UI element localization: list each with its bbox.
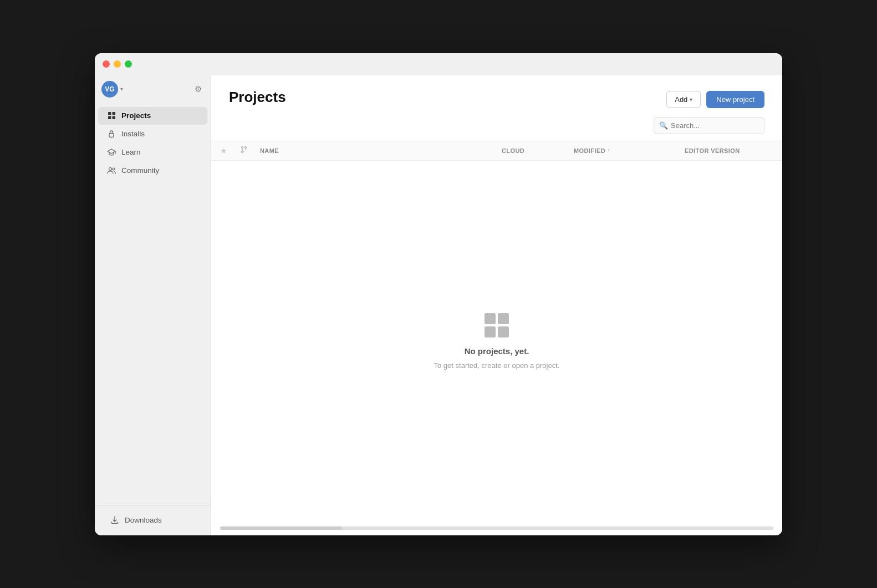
empty-state-title: No projects, yet. (465, 346, 529, 356)
avatar: VG (101, 81, 118, 98)
empty-icon-cell-1 (485, 313, 496, 324)
app-window: VG ▾ ⚙ Projects (95, 53, 782, 535)
svg-point-8 (113, 168, 115, 170)
sidebar-item-installs[interactable]: Installs (98, 125, 207, 143)
empty-icon-cell-4 (498, 326, 509, 338)
mortarboard-icon (107, 148, 116, 157)
svg-rect-3 (112, 116, 115, 120)
empty-icon-cell-2 (498, 313, 509, 324)
svg-point-7 (109, 168, 112, 171)
fork-icon (240, 147, 248, 155)
search-icon: 🔍 (659, 121, 668, 130)
col-fork (240, 146, 260, 156)
settings-button[interactable]: ⚙ (192, 82, 204, 96)
sidebar-item-label-downloads: Downloads (125, 516, 162, 524)
col-name-header[interactable]: NAME (260, 147, 502, 154)
sort-arrow-icon: ↑ (608, 147, 610, 154)
header-actions: Add ▾ New project (666, 89, 764, 108)
svg-rect-2 (108, 116, 111, 120)
table-body: No projects, yet. To get started, create… (211, 161, 782, 522)
sidebar-top: VG ▾ ⚙ (95, 75, 211, 103)
empty-icon-cell-3 (485, 326, 496, 338)
search-container: 🔍 (654, 117, 764, 134)
main-content: Projects Add ▾ New project 🔍 (211, 75, 782, 535)
star-icon[interactable]: ★ (220, 146, 227, 155)
app-body: VG ▾ ⚙ Projects (95, 75, 782, 535)
col-cloud-header[interactable]: CLOUD (502, 147, 574, 154)
col-editor-header[interactable]: EDITOR VERSION (685, 147, 773, 154)
table-header: ★ NAME CLOUD MO (211, 141, 782, 161)
empty-icon (485, 313, 509, 338)
chevron-down-icon: ▾ (120, 86, 123, 92)
main-header: Projects Add ▾ New project (211, 75, 782, 117)
user-menu[interactable]: VG ▾ (101, 81, 123, 98)
people-icon (107, 166, 116, 175)
maximize-button[interactable] (125, 60, 132, 68)
lock-icon (107, 130, 116, 139)
scrollbar-track (220, 526, 773, 530)
new-project-button[interactable]: New project (706, 91, 764, 108)
empty-state: No projects, yet. To get started, create… (434, 313, 560, 370)
sidebar-item-label-learn: Learn (121, 148, 141, 156)
sidebar-item-projects[interactable]: Projects (98, 107, 207, 125)
search-input[interactable] (654, 117, 764, 134)
grid-icon (107, 111, 116, 120)
add-chevron-icon: ▾ (690, 96, 692, 103)
sidebar-item-community[interactable]: Community (98, 162, 207, 180)
close-button[interactable] (103, 60, 110, 68)
traffic-lights (103, 60, 132, 68)
sidebar-item-learn[interactable]: Learn (98, 144, 207, 161)
sidebar-item-label-projects: Projects (121, 111, 151, 120)
svg-rect-0 (108, 112, 111, 115)
page-title: Projects (229, 89, 286, 106)
svg-marker-5 (108, 149, 115, 154)
titlebar (95, 53, 782, 75)
svg-rect-1 (112, 112, 115, 115)
sidebar-nav: Projects Installs (95, 103, 211, 505)
sidebar-item-label-installs: Installs (121, 130, 145, 138)
sidebar-item-label-community: Community (121, 166, 159, 175)
add-button-label: Add (675, 95, 687, 104)
sidebar-item-downloads[interactable]: Downloads (101, 512, 204, 529)
scrollbar-thumb (220, 526, 342, 530)
bottom-scrollbar[interactable] (211, 522, 782, 535)
svg-rect-4 (109, 134, 114, 137)
search-bar-row: 🔍 (211, 117, 782, 141)
download-icon (110, 516, 119, 525)
col-modified-header[interactable]: MODIFIED ↑ (574, 147, 685, 154)
empty-state-subtitle: To get started, create or open a project… (434, 361, 560, 370)
sidebar: VG ▾ ⚙ Projects (95, 75, 211, 535)
col-star: ★ (220, 146, 240, 156)
minimize-button[interactable] (114, 60, 121, 68)
sidebar-bottom: Downloads (95, 505, 211, 535)
add-button[interactable]: Add ▾ (666, 91, 701, 108)
